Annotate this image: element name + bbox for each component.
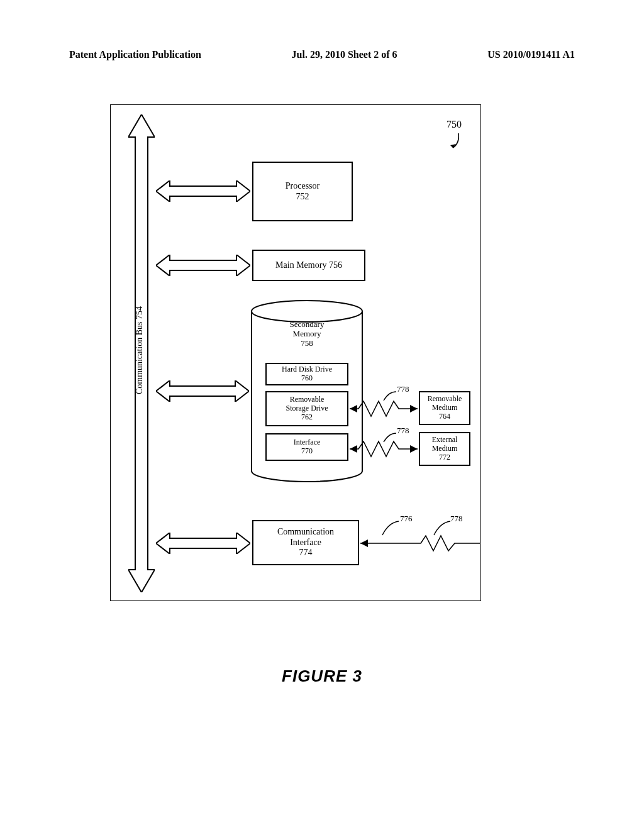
rsd-t2: Storage Drive bbox=[286, 404, 328, 413]
rsd-ref: 762 bbox=[301, 413, 313, 422]
secondary-memory-t1: Secondary bbox=[290, 319, 325, 329]
hdd-ref: 760 bbox=[301, 374, 313, 383]
page-header: Patent Application Publication Jul. 29, … bbox=[69, 49, 575, 60]
comm-interface-ref: 774 bbox=[299, 548, 313, 558]
processor-ref: 752 bbox=[296, 192, 309, 202]
squiggle-comm bbox=[360, 534, 480, 553]
callout-776: 776 bbox=[400, 514, 413, 524]
callout-776-leader bbox=[380, 519, 400, 536]
comm-interface-t1: Communication bbox=[277, 527, 334, 538]
callout-778-b-leader bbox=[381, 431, 397, 443]
header-right: US 2010/0191411 A1 bbox=[487, 49, 575, 60]
external-medium-box: External Medium 772 bbox=[419, 432, 470, 466]
arrow-bus-secondary bbox=[156, 380, 249, 402]
callout-750: 750 bbox=[447, 119, 462, 130]
processor-title: Processor bbox=[286, 181, 319, 192]
interface-ref: 770 bbox=[301, 447, 313, 456]
callout-750-leader bbox=[449, 132, 462, 151]
arrow-bus-memory bbox=[156, 255, 250, 276]
main-memory-label: Main Memory 756 bbox=[275, 260, 342, 271]
header-center: Jul. 29, 2010 Sheet 2 of 6 bbox=[292, 49, 397, 60]
figure-frame: 750 Communication Bus 754 Processor 752 … bbox=[110, 104, 481, 601]
external-medium-t1: External bbox=[432, 436, 458, 445]
header-left: Patent Application Publication bbox=[69, 49, 201, 60]
figure-caption: FIGURE 3 bbox=[0, 667, 644, 686]
interface-title: Interface bbox=[294, 438, 321, 447]
svg-marker-4 bbox=[350, 445, 357, 453]
secondary-memory-label: Secondary Memory 758 bbox=[250, 320, 364, 348]
svg-marker-2 bbox=[350, 405, 357, 412]
processor-box: Processor 752 bbox=[252, 162, 353, 221]
svg-point-1 bbox=[252, 301, 362, 322]
comm-interface-t2: Interface bbox=[290, 538, 321, 548]
rsd-box: Removable Storage Drive 762 bbox=[265, 391, 348, 426]
callout-778-b: 778 bbox=[397, 426, 409, 436]
external-medium-t2: Medium bbox=[432, 445, 458, 453]
callout-778-c: 778 bbox=[450, 514, 463, 524]
removable-medium-t2: Medium bbox=[432, 404, 458, 412]
arrow-bus-comm bbox=[156, 533, 250, 554]
arrow-bus-processor bbox=[156, 180, 250, 202]
hdd-box: Hard Disk Drive 760 bbox=[265, 363, 348, 385]
callout-778-a: 778 bbox=[397, 384, 409, 394]
secondary-memory-ref: 758 bbox=[301, 338, 313, 348]
page: Patent Application Publication Jul. 29, … bbox=[0, 0, 644, 830]
hdd-title: Hard Disk Drive bbox=[282, 365, 332, 374]
rsd-t1: Removable bbox=[290, 396, 325, 404]
comm-interface-box: Communication Interface 774 bbox=[252, 520, 359, 565]
secondary-memory-cylinder: Secondary Memory 758 Hard Disk Drive 760… bbox=[250, 300, 364, 482]
removable-medium-ref: 764 bbox=[439, 412, 450, 421]
removable-medium-box: Removable Medium 764 bbox=[419, 391, 470, 425]
interface-box: Interface 770 bbox=[265, 433, 348, 461]
callout-778-c-leader bbox=[431, 519, 452, 536]
main-memory-box: Main Memory 756 bbox=[252, 250, 365, 281]
removable-medium-t1: Removable bbox=[428, 395, 462, 404]
svg-marker-6 bbox=[360, 540, 368, 547]
squiggle-rsd bbox=[350, 399, 418, 418]
bus-label: Communication Bus 754 bbox=[135, 306, 145, 394]
svg-marker-5 bbox=[410, 445, 418, 453]
external-medium-ref: 772 bbox=[439, 453, 450, 462]
svg-marker-3 bbox=[410, 405, 418, 412]
callout-778-a-leader bbox=[381, 389, 397, 402]
secondary-memory-t2: Memory bbox=[293, 329, 321, 338]
